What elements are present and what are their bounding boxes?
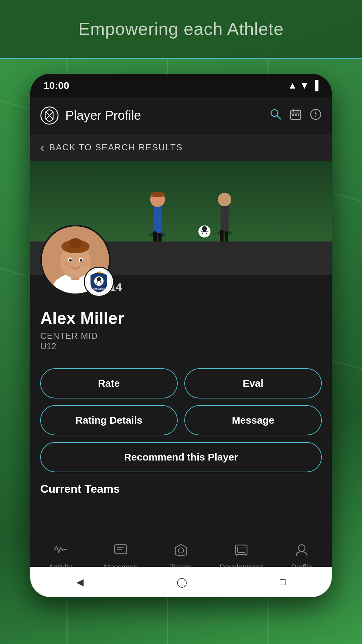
svg-rect-12 <box>292 114 294 116</box>
svg-point-50 <box>178 548 184 553</box>
android-home-button[interactable]: ◯ <box>177 577 187 588</box>
svg-rect-13 <box>295 114 297 116</box>
battery-icon: ▐ <box>312 80 318 91</box>
avatar-container: STRIKERS <box>40 225 111 295</box>
strikers-badge-icon: STRIKERS <box>85 268 112 295</box>
svg-marker-16 <box>315 111 317 114</box>
back-label: BACK TO SEARCH RESULTS <box>49 142 183 153</box>
svg-point-55 <box>298 545 305 551</box>
current-teams-title: Current Teams <box>40 482 322 495</box>
player-age-group: U12 <box>40 341 322 352</box>
signal-bars-icon: ▲ <box>288 80 297 91</box>
recommend-button[interactable]: Recommend this Player <box>40 442 322 472</box>
svg-rect-27 <box>221 205 229 231</box>
back-chevron-icon: ‹ <box>40 141 44 154</box>
profile-icon <box>295 543 309 560</box>
android-nav: ◀ ◯ □ <box>30 567 332 597</box>
button-row-2: Rating Details Message <box>40 405 322 435</box>
wifi-icon: ▼ <box>300 80 309 91</box>
message-button[interactable]: Message <box>184 405 322 435</box>
player-name: Alex Miller <box>40 309 322 328</box>
development-icon <box>234 543 248 560</box>
eval-button[interactable]: Eval <box>184 368 322 398</box>
top-banner: Empowering each Athlete <box>0 0 362 59</box>
status-time: 10:00 <box>44 80 69 91</box>
svg-rect-47 <box>115 545 127 554</box>
status-icons: ▲ ▼ ▐ <box>288 80 318 91</box>
svg-point-40 <box>69 259 72 262</box>
svg-rect-14 <box>298 114 299 116</box>
svg-point-15 <box>311 109 321 119</box>
messages-icon <box>114 543 128 560</box>
svg-point-42 <box>63 262 70 266</box>
app-logo <box>40 106 59 125</box>
button-row-3: Recommend this Player <box>40 442 322 472</box>
activity-icon <box>53 543 67 560</box>
search-icon[interactable] <box>269 108 282 123</box>
tagline: Empowering each Athlete <box>78 19 284 39</box>
svg-rect-25 <box>158 233 162 241</box>
svg-line-7 <box>277 116 281 119</box>
svg-point-43 <box>81 262 88 266</box>
profile-hero: STRIKERS #14 <box>30 161 332 275</box>
svg-rect-30 <box>225 231 228 241</box>
app-header: Player Profile <box>30 97 332 134</box>
header-icons <box>269 108 322 123</box>
svg-point-41 <box>80 259 82 262</box>
svg-point-28 <box>218 193 231 206</box>
svg-point-37 <box>69 238 82 248</box>
android-recents-button[interactable]: □ <box>280 577 286 587</box>
svg-rect-52 <box>238 547 245 552</box>
app-title: Player Profile <box>65 108 263 123</box>
status-bar: 10:00 ▲ ▼ ▐ <box>30 74 332 97</box>
action-buttons: Rate Eval Rating Details Message Recomme… <box>30 362 332 479</box>
svg-rect-29 <box>220 230 224 241</box>
current-teams-section: Current Teams <box>30 479 332 507</box>
teams-icon <box>174 543 188 560</box>
button-row-1: Rate Eval <box>40 368 322 398</box>
phone-frame: 10:00 ▲ ▼ ▐ Player Profile <box>30 74 332 597</box>
svg-point-23 <box>150 192 165 197</box>
rate-button[interactable]: Rate <box>40 368 178 398</box>
svg-rect-24 <box>153 231 157 241</box>
android-back-button[interactable]: ◀ <box>76 577 84 588</box>
svg-marker-17 <box>315 114 317 118</box>
calendar-icon[interactable] <box>290 108 302 123</box>
svg-text:STRIKERS: STRIKERS <box>93 288 105 290</box>
team-badge: STRIKERS <box>84 267 114 297</box>
player-position: CENTER MID <box>40 331 322 341</box>
rating-details-button[interactable]: Rating Details <box>40 405 178 435</box>
compass-icon[interactable] <box>310 108 322 123</box>
svg-rect-21 <box>154 205 162 233</box>
back-bar[interactable]: ‹ BACK TO SEARCH RESULTS <box>30 134 332 161</box>
